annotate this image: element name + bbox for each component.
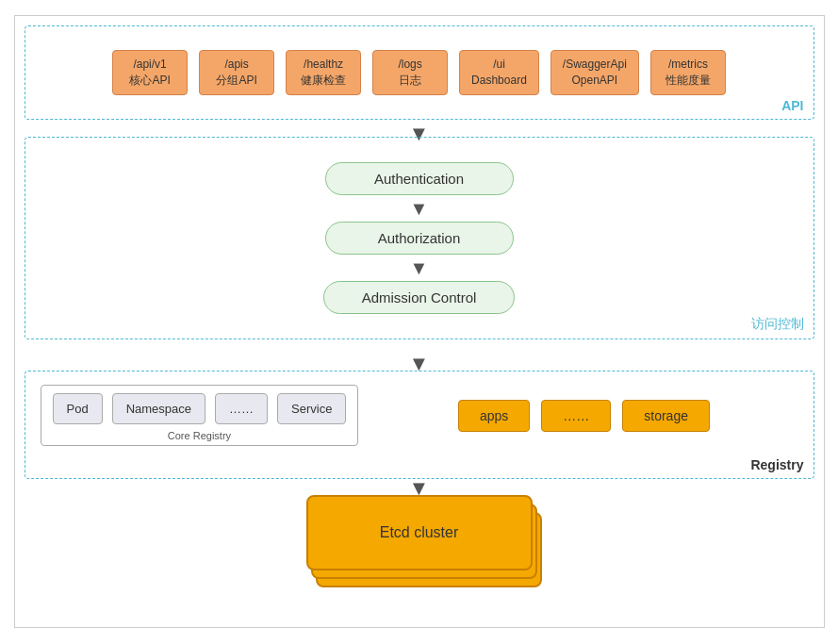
api-boxes: /api/v1核心API/apis分组API/healthz健康检查/logs日… [25,26,813,119]
ext-registry-item: …… [541,400,611,432]
api-box: /api/v1核心API [112,50,188,95]
api-box: /SwaggerApiOpenAPI [550,50,639,95]
api-box: /uiDashboard [459,50,539,95]
step-arrow: ▼ [410,199,429,218]
core-registry-label: Core Registry [168,430,231,441]
api-label: API [781,98,803,113]
auth-step-box: Authentication [325,162,514,195]
auth-step-box: Authorization [325,222,514,255]
access-content: Authentication▼Authorization▼Admission C… [25,138,813,339]
api-box: /metrics性能度量 [650,50,726,95]
access-label: 访问控制 [751,316,804,333]
api-section: /api/v1核心API/apis分组API/healthz健康检查/logs日… [25,25,814,120]
core-registry-item: Service [277,393,346,424]
api-box: /apis分组API [199,50,274,95]
core-registry-item: …… [215,393,268,424]
registry-content: PodNamespace……ServiceCore Registry apps…… [25,372,813,459]
access-section: Authentication▼Authorization▼Admission C… [25,137,814,339]
api-box: /logs日志 [372,50,448,95]
registry-section: PodNamespace……ServiceCore Registry apps…… [25,371,814,479]
registry-label: Registry [750,457,803,472]
step-arrow: ▼ [410,258,429,277]
api-box: /healthz健康检查 [286,50,361,95]
core-registry-group: PodNamespace……ServiceCore Registry [41,385,359,446]
auth-step-box: Admission Control [323,281,516,314]
main-container: /api/v1核心API/apis分组API/healthz健康检查/logs日… [14,15,825,628]
etcd-card-front: Etcd cluster [306,495,533,570]
ext-registry-item: apps [458,400,530,432]
core-registry-item: Pod [53,393,103,424]
etcd-section: Etcd cluster [306,495,533,618]
etcd-label: Etcd cluster [380,524,459,541]
ext-registry-item: storage [622,400,710,432]
ext-registry-group: apps……storage [370,400,797,432]
core-registry-item: Namespace [112,393,205,424]
